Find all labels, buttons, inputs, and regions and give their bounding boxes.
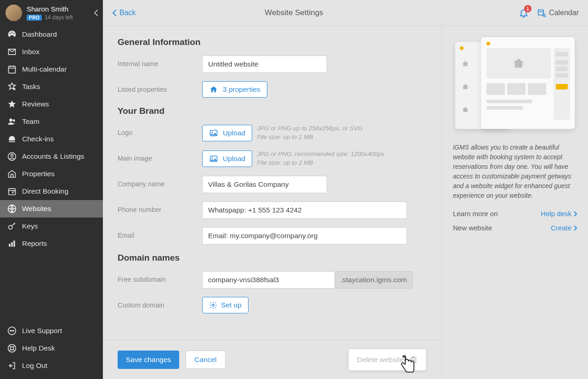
notification-count: 1 xyxy=(524,5,531,12)
svg-rect-9 xyxy=(9,244,10,247)
image-icon xyxy=(209,129,218,137)
house-icon xyxy=(209,85,218,94)
svg-rect-0 xyxy=(9,66,16,73)
svg-point-2 xyxy=(9,118,12,122)
help-desk-link[interactable]: Help desk xyxy=(541,210,577,217)
main-image-upload-button[interactable]: Upload xyxy=(202,150,252,167)
image-icon xyxy=(209,155,218,163)
sidebar-item-help-desk[interactable]: Help Desk xyxy=(0,340,103,357)
calendar-label: Calendar xyxy=(549,9,579,17)
properties-button[interactable]: 3 properties xyxy=(202,81,267,98)
sidebar-item-keys[interactable]: Keys xyxy=(0,217,103,235)
svg-point-23 xyxy=(212,157,213,159)
main-image-hint: JPG or PNG, recommended size: 1200x400px… xyxy=(257,150,384,167)
sidebar-item-label: Log Out xyxy=(22,362,47,370)
upload-label: Upload xyxy=(223,155,245,163)
free-subdomain-label: Free subdomain xyxy=(118,271,202,283)
team-icon xyxy=(7,117,17,126)
logo-hint: JPG or PNG up to 256x256px, or SVG File … xyxy=(257,124,362,142)
sidebar-item-check-ins[interactable]: Check-ins xyxy=(0,130,103,148)
sidebar-item-label: Properties xyxy=(22,170,55,178)
upload-label: Upload xyxy=(223,129,245,137)
section-domain-title: Domain names xyxy=(118,253,427,263)
form-area: General Information Internal name Listed… xyxy=(103,26,442,379)
sidebar-item-multi-calendar[interactable]: Multi-calendar xyxy=(0,61,103,78)
sidebar-item-label: Direct Booking xyxy=(22,187,68,195)
section-brand-title: Your Brand xyxy=(118,106,427,116)
cancel-button[interactable]: Cancel xyxy=(186,351,225,369)
sidebar-item-tasks[interactable]: Tasks xyxy=(0,78,103,95)
sidebar-item-websites[interactable]: Websites xyxy=(0,200,103,217)
sidebar-item-dashboard[interactable]: Dashboard xyxy=(0,26,103,43)
avatar xyxy=(6,5,22,21)
calendar-search-icon xyxy=(537,8,546,17)
chevron-left-icon xyxy=(112,9,117,17)
custom-domain-label: Custom domain xyxy=(118,297,202,309)
create-link[interactable]: Create xyxy=(551,224,577,232)
sidebar-item-label: Tasks xyxy=(22,83,40,91)
user-profile[interactable]: Sharon Smith PRO 14 days left xyxy=(0,0,103,26)
svg-point-1 xyxy=(13,88,16,90)
pro-badge: PRO xyxy=(27,15,42,21)
sidebar-item-label: Dashboard xyxy=(22,30,57,39)
phone-input[interactable] xyxy=(202,201,407,219)
svg-point-5 xyxy=(11,154,13,156)
email-input[interactable] xyxy=(202,227,407,245)
svg-rect-11 xyxy=(13,240,15,246)
sidebar-item-live-support[interactable]: Live Support xyxy=(0,322,103,340)
sidebar-item-label: Keys xyxy=(22,222,38,230)
sidebar-item-label: Help Desk xyxy=(22,344,55,352)
sidebar-item-properties[interactable]: Properties xyxy=(0,165,103,183)
logo-upload-button[interactable]: Upload xyxy=(202,125,252,141)
sidebar-item-label: Inbox xyxy=(22,48,40,56)
topbar: Back Website Settings 1 Calendar xyxy=(103,0,588,26)
subdomain-suffix: .staycation.igms.com xyxy=(334,271,413,289)
calendar-link[interactable]: Calendar xyxy=(537,8,579,17)
back-button[interactable]: Back xyxy=(112,9,136,17)
main: Back Website Settings 1 Calendar General… xyxy=(103,0,588,379)
sidebar-item-label: Check-ins xyxy=(22,135,54,143)
sidebar-item-log-out[interactable]: Log Out xyxy=(0,357,103,374)
sidebar-item-inbox[interactable]: Inbox xyxy=(0,43,103,61)
notifications-button[interactable]: 1 xyxy=(519,8,529,18)
company-name-input[interactable] xyxy=(202,176,327,193)
sidebar-item-label: Multi-calendar xyxy=(22,65,67,73)
svg-point-13 xyxy=(10,330,11,331)
section-general-title: General Information xyxy=(118,37,427,47)
company-name-label: Company name xyxy=(118,176,202,188)
tasks-icon xyxy=(7,82,17,91)
internal-name-input[interactable] xyxy=(202,56,327,73)
sidebar-item-accounts[interactable]: Accounts & Listings xyxy=(0,148,103,165)
chevron-right-icon xyxy=(573,211,577,217)
learn-more-label: Learn more on xyxy=(453,210,498,217)
sidebar-item-reports[interactable]: Reports xyxy=(0,235,103,252)
globe-icon xyxy=(7,204,17,213)
svg-point-3 xyxy=(13,119,15,122)
delete-label: Delete website xyxy=(357,356,404,364)
svg-point-8 xyxy=(9,225,12,229)
phone-label: Phone number xyxy=(118,201,202,213)
subdomain-input[interactable] xyxy=(202,271,334,289)
sidebar-item-reviews[interactable]: Reviews xyxy=(0,95,103,113)
svg-point-14 xyxy=(11,330,12,331)
booking-icon xyxy=(7,187,17,196)
footer-actions: Save changes Cancel Delete website xyxy=(103,340,441,379)
info-description: iGMS allows you to create a beautiful we… xyxy=(453,143,577,201)
email-label: Email xyxy=(118,227,202,239)
page-title: Website Settings xyxy=(265,8,323,17)
internal-name-label: Internal name xyxy=(118,56,202,67)
new-website-label: New website xyxy=(453,224,492,232)
collapse-sidebar-icon[interactable] xyxy=(94,9,98,17)
sidebar-item-team[interactable]: Team xyxy=(0,113,103,130)
svg-rect-25 xyxy=(411,358,416,363)
svg-point-21 xyxy=(212,132,213,133)
sidebar-item-direct-booking[interactable]: Direct Booking xyxy=(0,183,103,200)
setup-label: Set up xyxy=(221,301,242,309)
user-name: Sharon Smith xyxy=(27,5,73,13)
sidebar-item-label: Reviews xyxy=(22,100,49,108)
save-button[interactable]: Save changes xyxy=(118,351,179,369)
setup-button[interactable]: Set up xyxy=(202,297,249,313)
sidebar-item-label: Accounts & Listings xyxy=(22,152,84,161)
delete-website-button[interactable]: Delete website xyxy=(348,349,426,371)
sidebar-item-label: Websites xyxy=(22,205,51,213)
